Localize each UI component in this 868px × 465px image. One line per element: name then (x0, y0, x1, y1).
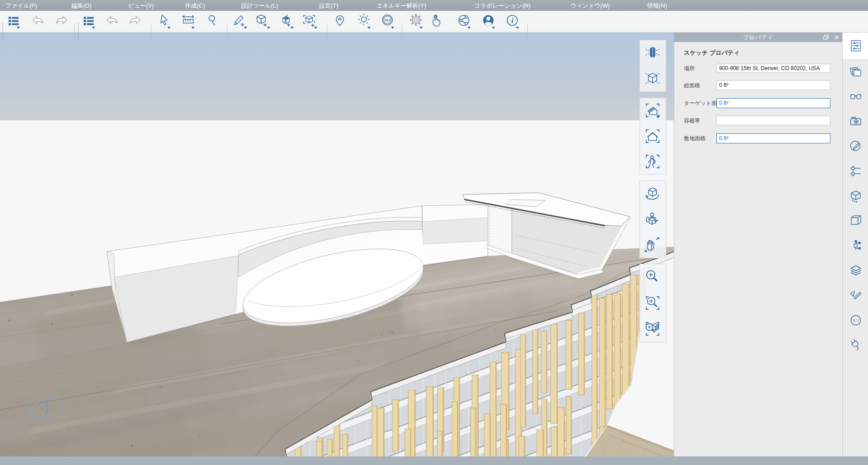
svg-text:モツ: モツ (852, 318, 859, 323)
svg-text:i: i (511, 16, 514, 25)
svg-text:19.1: 19.1 (385, 19, 391, 22)
